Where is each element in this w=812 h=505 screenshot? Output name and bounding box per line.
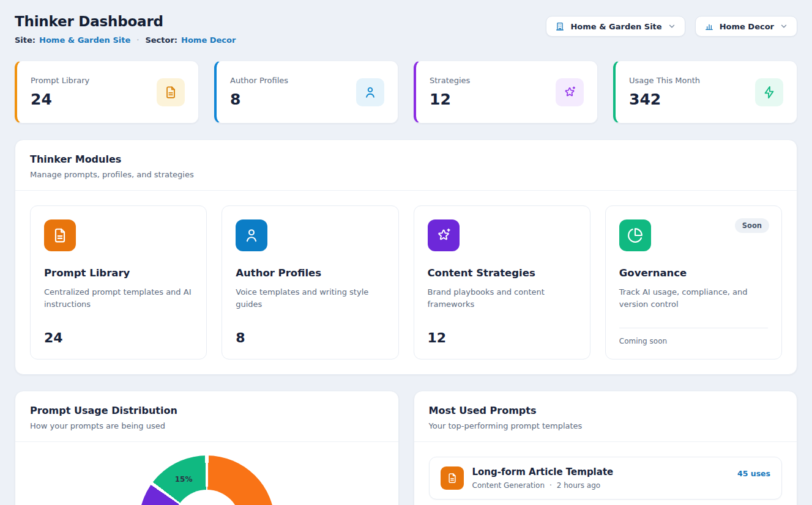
site-selector-dropdown[interactable]: Home & Garden Site bbox=[546, 16, 685, 37]
module-count: 12 bbox=[428, 330, 576, 345]
bottom-row: Prompt Usage Distribution How your promp… bbox=[15, 391, 797, 505]
separator-dot: · bbox=[136, 35, 139, 45]
module-title: Author Profiles bbox=[236, 267, 384, 279]
coming-soon-note: Coming soon bbox=[619, 328, 768, 345]
stat-text: Prompt Library 24 bbox=[31, 76, 89, 108]
meta-dot: · bbox=[549, 481, 552, 490]
module-count: 8 bbox=[236, 330, 384, 345]
donut-chart-area: 15% bbox=[15, 442, 398, 505]
prompts-title: Most Used Prompts bbox=[429, 405, 783, 416]
stat-label: Prompt Library bbox=[31, 76, 89, 85]
usage-panel-header: Prompt Usage Distribution How your promp… bbox=[15, 391, 398, 442]
page-title: Thinker Dashboard bbox=[15, 13, 236, 29]
stat-label: Strategies bbox=[430, 76, 470, 85]
prompt-uses-badge: 45 uses bbox=[737, 469, 770, 478]
donut-segment-label: 15% bbox=[175, 475, 193, 484]
usage-subtitle: How your prompts are being used bbox=[30, 421, 384, 430]
dashboard-page: Thinker Dashboard Site: Home & Garden Si… bbox=[0, 0, 812, 505]
stat-label: Author Profiles bbox=[230, 76, 288, 85]
module-title: Governance bbox=[619, 267, 768, 279]
modules-panel-header: Thinker Modules Manage prompts, profiles… bbox=[15, 140, 797, 191]
user-icon bbox=[356, 78, 384, 106]
document-icon bbox=[441, 466, 464, 490]
sector-selector-label: Home Decor bbox=[720, 22, 774, 31]
module-title: Prompt Library bbox=[44, 267, 193, 279]
stat-value: 8 bbox=[230, 90, 288, 108]
sparkles-icon bbox=[556, 78, 584, 106]
stat-value: 24 bbox=[31, 90, 89, 108]
prompt-meta: Content Generation · 2 hours ago bbox=[472, 481, 729, 490]
breadcrumb: Site: Home & Garden Site · Sector: Home … bbox=[15, 35, 236, 45]
stat-card-prompt-library: Prompt Library 24 bbox=[15, 61, 199, 123]
module-description: Track AI usage, compliance, and version … bbox=[619, 286, 768, 310]
modules-subtitle: Manage prompts, profiles, and strategies bbox=[30, 170, 782, 179]
modules-grid: Prompt Library Centralized prompt templa… bbox=[15, 191, 797, 374]
sparkles-icon bbox=[428, 219, 460, 251]
title-block: Thinker Dashboard Site: Home & Garden Si… bbox=[15, 13, 236, 45]
module-description: Centralized prompt templates and AI inst… bbox=[44, 286, 193, 310]
stats-row: Prompt Library 24 Author Profiles 8 Stra… bbox=[15, 61, 797, 123]
pie-chart-icon bbox=[619, 219, 651, 251]
site-selector-label: Home & Garden Site bbox=[570, 22, 661, 31]
stat-value: 12 bbox=[430, 90, 470, 108]
stat-card-author-profiles: Author Profiles 8 bbox=[214, 61, 398, 123]
modules-title: Thinker Modules bbox=[30, 153, 782, 165]
stat-card-strategies: Strategies 12 bbox=[414, 61, 598, 123]
document-icon bbox=[44, 219, 76, 251]
module-description: Brand playbooks and content frameworks bbox=[428, 286, 576, 310]
module-card-prompt-library[interactable]: Prompt Library Centralized prompt templa… bbox=[30, 205, 207, 359]
module-card-governance[interactable]: Soon Governance Track AI usage, complian… bbox=[605, 205, 782, 359]
chevron-down-icon bbox=[780, 22, 788, 31]
chevron-down-icon bbox=[668, 22, 676, 31]
stat-text: Author Profiles 8 bbox=[230, 76, 288, 108]
module-card-content-strategies[interactable]: Content Strategies Brand playbooks and c… bbox=[414, 205, 590, 359]
donut-chart[interactable] bbox=[139, 455, 275, 505]
user-icon bbox=[236, 219, 267, 251]
stat-text: Strategies 12 bbox=[430, 76, 470, 108]
most-used-prompts-panel: Most Used Prompts Your top-performing pr… bbox=[414, 391, 798, 505]
prompt-list-item[interactable]: Long-form Article Template Content Gener… bbox=[429, 457, 783, 499]
module-title: Content Strategies bbox=[428, 267, 576, 279]
module-count: 24 bbox=[44, 330, 193, 345]
usage-title: Prompt Usage Distribution bbox=[30, 405, 384, 416]
sector-link[interactable]: Home Decor bbox=[181, 35, 236, 45]
prompt-title: Long-form Article Template bbox=[472, 466, 729, 477]
lightning-icon bbox=[755, 78, 783, 106]
prompts-subtitle: Your top-performing prompt templates bbox=[429, 421, 783, 430]
prompt-info: Long-form Article Template Content Gener… bbox=[472, 466, 729, 490]
thinker-modules-panel: Thinker Modules Manage prompts, profiles… bbox=[15, 139, 797, 375]
soon-badge: Soon bbox=[735, 218, 769, 233]
prompts-panel-header: Most Used Prompts Your top-performing pr… bbox=[414, 391, 797, 442]
prompt-category: Content Generation bbox=[472, 481, 545, 490]
stat-value: 342 bbox=[629, 90, 700, 108]
topbar-actions: Home & Garden Site Home Decor bbox=[546, 16, 797, 37]
module-description: Voice templates and writing style guides bbox=[236, 286, 384, 310]
stat-text: Usage This Month 342 bbox=[629, 76, 700, 108]
site-label: Site: bbox=[15, 35, 35, 45]
usage-distribution-panel: Prompt Usage Distribution How your promp… bbox=[15, 391, 399, 505]
prompt-time: 2 hours ago bbox=[557, 481, 600, 490]
bar-chart-icon bbox=[704, 21, 714, 31]
document-icon bbox=[157, 78, 185, 106]
stat-card-usage: Usage This Month 342 bbox=[613, 61, 797, 123]
topbar: Thinker Dashboard Site: Home & Garden Si… bbox=[15, 13, 797, 45]
sector-selector-dropdown[interactable]: Home Decor bbox=[695, 16, 797, 37]
site-link[interactable]: Home & Garden Site bbox=[39, 35, 130, 45]
building-icon bbox=[555, 21, 565, 31]
prompt-list: Long-form Article Template Content Gener… bbox=[414, 442, 797, 505]
module-card-author-profiles[interactable]: Author Profiles Voice templates and writ… bbox=[222, 205, 398, 359]
sector-label: Sector: bbox=[145, 35, 177, 45]
stat-label: Usage This Month bbox=[629, 76, 700, 85]
